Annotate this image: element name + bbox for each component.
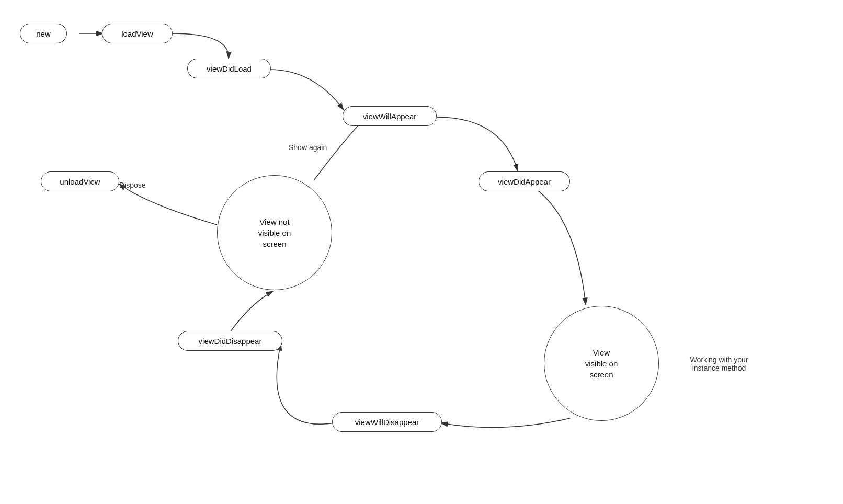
node-view-not-visible: View notvisible onscreen <box>217 175 332 290</box>
node-viewdiddisappear: viewDidDisappear <box>178 331 282 351</box>
diagram: new loadView viewDidLoad viewWillAppear … <box>0 0 843 504</box>
node-view-not-visible-label: View notvisible onscreen <box>258 216 291 249</box>
node-loadview-label: loadView <box>121 29 153 38</box>
node-viewwillappear: viewWillAppear <box>343 106 437 126</box>
node-new-label: new <box>36 29 51 38</box>
node-viewwillappear-label: viewWillAppear <box>363 112 417 121</box>
node-viewwilldisappear: viewWillDisappear <box>332 412 442 432</box>
node-viewdidappear-label: viewDidAppear <box>498 177 551 186</box>
node-viewdiddisappear-label: viewDidDisappear <box>199 337 262 346</box>
node-unloadview-label: unloadView <box>60 177 100 186</box>
node-unloadview: unloadView <box>41 171 119 191</box>
label-working-with: Working with yourinstance method <box>672 356 766 372</box>
node-new: new <box>20 24 67 43</box>
node-viewdidload: viewDidLoad <box>187 59 271 78</box>
label-show-again: Show again <box>289 143 327 152</box>
node-viewwilldisappear-label: viewWillDisappear <box>355 418 419 427</box>
node-viewdidappear: viewDidAppear <box>479 171 570 191</box>
node-loadview: loadView <box>102 24 173 43</box>
node-view-visible-label: Viewvisible onscreen <box>585 347 618 380</box>
node-viewdidload-label: viewDidLoad <box>207 64 252 73</box>
label-dispose: Dispose <box>119 181 146 189</box>
node-view-visible: Viewvisible onscreen <box>544 306 659 421</box>
